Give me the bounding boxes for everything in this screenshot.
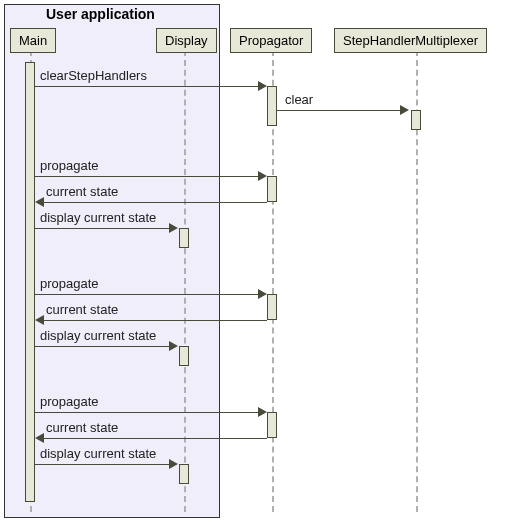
arrow-display-3: [35, 464, 171, 465]
arrow-display-2: [35, 346, 171, 347]
arrow-propagate-3: [35, 412, 260, 413]
msg-label-current-state-2: current state: [46, 302, 118, 317]
msg-label-clear: clear: [285, 92, 313, 107]
arrow-current-state-2: [44, 320, 267, 321]
arrow-head-display-1: [169, 223, 178, 233]
arrow-head-propagate-2: [258, 289, 267, 299]
activation-propagator-4: [267, 412, 277, 438]
activation-display-2: [179, 346, 189, 366]
arrow-clear: [277, 110, 402, 111]
arrow-propagate-2: [35, 294, 260, 295]
activation-stephandler: [411, 110, 421, 130]
msg-label-display-3: display current state: [40, 446, 156, 461]
msg-label-propagate-1: propagate: [40, 158, 99, 173]
arrow-head-propagate-1: [258, 171, 267, 181]
participant-main: Main: [10, 28, 56, 53]
sequence-diagram: User application Main Display Propagator…: [0, 0, 507, 522]
lifeline-display: [184, 50, 186, 512]
activation-propagator-2: [267, 176, 277, 202]
arrow-head-clear-step-handlers: [258, 81, 267, 91]
arrow-display-1: [35, 228, 171, 229]
activation-display-1: [179, 228, 189, 248]
msg-label-propagate-2: propagate: [40, 276, 99, 291]
msg-label-current-state-1: current state: [46, 184, 118, 199]
arrow-head-current-state-1: [35, 197, 44, 207]
arrow-current-state-3: [44, 438, 267, 439]
participant-propagator: Propagator: [230, 28, 312, 53]
msg-label-display-2: display current state: [40, 328, 156, 343]
msg-label-clear-step-handlers: clearStepHandlers: [40, 68, 147, 83]
activation-propagator-1: [267, 86, 277, 126]
arrow-head-current-state-2: [35, 315, 44, 325]
arrow-propagate-1: [35, 176, 260, 177]
group-title: User application: [46, 6, 155, 22]
arrow-head-current-state-3: [35, 433, 44, 443]
arrow-head-clear: [400, 105, 409, 115]
activation-display-3: [179, 464, 189, 484]
activation-main: [25, 62, 35, 502]
msg-label-display-1: display current state: [40, 210, 156, 225]
arrow-current-state-1: [44, 202, 267, 203]
msg-label-propagate-3: propagate: [40, 394, 99, 409]
arrow-head-display-3: [169, 459, 178, 469]
participant-display: Display: [156, 28, 217, 53]
arrow-clear-step-handlers: [35, 86, 260, 87]
activation-propagator-3: [267, 294, 277, 320]
arrow-head-display-2: [169, 341, 178, 351]
participant-stephandler: StepHandlerMultiplexer: [334, 28, 487, 53]
arrow-head-propagate-3: [258, 407, 267, 417]
msg-label-current-state-3: current state: [46, 420, 118, 435]
